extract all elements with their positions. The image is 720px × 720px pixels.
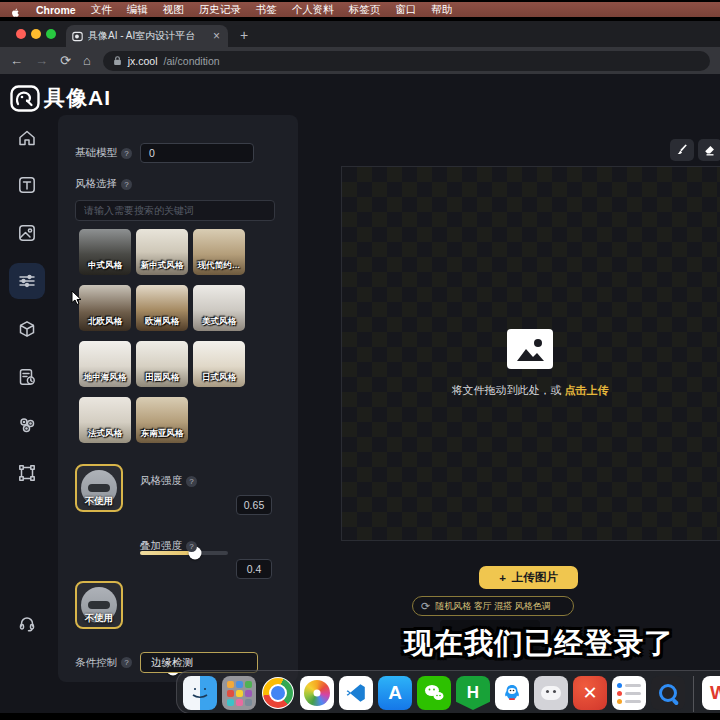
- tab-close-icon[interactable]: ×: [211, 30, 222, 42]
- help-icon[interactable]: ?: [186, 476, 197, 487]
- menu-item-window[interactable]: 窗口: [395, 3, 416, 17]
- style-strength-value[interactable]: 0.65: [236, 495, 272, 515]
- dock-reminders-icon[interactable]: [612, 676, 646, 710]
- screen: Chrome 文件 编辑 视图 历史记录 书签 个人资料 标签页 窗口 帮助 具…: [0, 0, 720, 720]
- style-strength-notuse-thumb[interactable]: 不使用: [75, 464, 123, 512]
- condition-control-label: 条件控制?: [75, 656, 132, 670]
- dock-messages-icon[interactable]: [534, 676, 568, 710]
- sidebar-item-history[interactable]: [9, 359, 45, 395]
- style-strength-label: 风格强度?: [140, 474, 197, 488]
- dock-wps-icon[interactable]: W: [702, 676, 720, 710]
- dock-chrome-icon[interactable]: [261, 676, 295, 710]
- dock-separator: [693, 676, 694, 712]
- dock-wechat-icon[interactable]: [417, 676, 451, 710]
- menu-item-history[interactable]: 历史记录: [199, 3, 241, 17]
- brush-tool-button[interactable]: [670, 139, 694, 161]
- style-card-southeast-asian[interactable]: 东南亚风格: [136, 397, 188, 443]
- image-tool-icon: [17, 223, 37, 243]
- address-bar[interactable]: jx.cool/ai/condition: [103, 51, 710, 71]
- file-clock-icon: [17, 367, 37, 387]
- refresh-icon: ⟳: [421, 601, 430, 612]
- sidebar-item-support[interactable]: [9, 605, 45, 641]
- dock-quicktime-icon[interactable]: [651, 676, 685, 710]
- dock-hbuilder-icon[interactable]: H: [456, 676, 490, 710]
- sidebar-item-materials[interactable]: [9, 407, 45, 443]
- menu-item-profiles[interactable]: 个人资料: [292, 3, 334, 17]
- url-path: /ai/condition: [164, 55, 220, 67]
- macos-dock: A H ✕ W: [176, 670, 720, 714]
- reload-icon[interactable]: ⟳: [60, 54, 71, 67]
- menu-item-edit[interactable]: 编辑: [127, 3, 148, 17]
- sidebar-item-condition-active[interactable]: [9, 263, 45, 299]
- random-suggestion-pill[interactable]: ⟳ 随机风格 客厅 混搭 风格色调: [412, 596, 574, 616]
- sidebar-item-text[interactable]: [9, 167, 45, 203]
- eraser-icon: [703, 143, 717, 157]
- new-tab-button[interactable]: +: [240, 27, 248, 43]
- cube-icon: [17, 319, 37, 339]
- click-upload-link[interactable]: 点击上传: [565, 384, 609, 396]
- overlay-strength-notuse-thumb[interactable]: 不使用: [75, 581, 123, 629]
- sidebar-item-3d[interactable]: [9, 311, 45, 347]
- menu-item-chrome[interactable]: Chrome: [36, 4, 76, 16]
- url-domain: jx.cool: [128, 55, 158, 67]
- lock-icon: [113, 55, 122, 66]
- elephant-logo-icon: [10, 85, 40, 112]
- style-card-mediterranean[interactable]: 地中海风格: [79, 341, 131, 387]
- tab-favicon: [72, 31, 83, 42]
- menu-item-bookmarks[interactable]: 书签: [256, 3, 277, 17]
- menu-item-view[interactable]: 视图: [163, 3, 184, 17]
- text-tool-icon: [17, 175, 37, 195]
- sidebar-item-home[interactable]: [9, 120, 45, 156]
- sliders-icon: [17, 271, 37, 291]
- logo-text: 具像AI: [44, 84, 111, 112]
- help-icon[interactable]: ?: [121, 148, 132, 159]
- tab-title: 具像AI - AI室内设计平台: [88, 29, 206, 43]
- help-icon[interactable]: ?: [186, 541, 197, 552]
- headset-icon: [17, 613, 37, 633]
- base-model-row: 基础模型? 0: [75, 143, 254, 163]
- window-close-button[interactable]: [16, 29, 26, 39]
- dock-xmind-icon[interactable]: ✕: [573, 676, 607, 710]
- dock-finder-icon[interactable]: [183, 676, 217, 710]
- apple-icon[interactable]: [10, 4, 21, 15]
- back-icon[interactable]: ←: [10, 54, 23, 67]
- style-card-pastoral[interactable]: 田园风格: [136, 341, 188, 387]
- dock-vscode-icon[interactable]: [339, 676, 373, 710]
- style-card-nordic[interactable]: 北欧风格: [79, 285, 131, 331]
- dock-appstore-icon[interactable]: A: [378, 676, 412, 710]
- style-card-new-chinese[interactable]: 新中式风格: [136, 229, 188, 275]
- window-zoom-button[interactable]: [46, 29, 56, 39]
- dock-launchpad-icon[interactable]: [222, 676, 256, 710]
- help-icon[interactable]: ?: [121, 179, 132, 190]
- dock-photos-icon[interactable]: [300, 676, 334, 710]
- style-card-chinese[interactable]: 中式风格: [79, 229, 131, 275]
- video-subtitle: 现在我们已经登录了: [404, 624, 720, 664]
- brush-icon: [675, 143, 689, 157]
- style-card-american[interactable]: 美式风格: [193, 285, 245, 331]
- sidebar-item-crop[interactable]: [9, 455, 45, 491]
- style-card-european[interactable]: 欧洲风格: [136, 285, 188, 331]
- eraser-tool-button[interactable]: [698, 139, 720, 161]
- menu-item-help[interactable]: 帮助: [431, 3, 452, 17]
- sidebar-item-image[interactable]: [9, 215, 45, 251]
- web-page: 具像AI 基础模型?: [0, 74, 720, 713]
- base-model-input[interactable]: 0: [140, 143, 254, 163]
- window-minimize-button[interactable]: [31, 29, 41, 39]
- style-card-modern[interactable]: 现代简约…: [193, 229, 245, 275]
- forward-icon[interactable]: →: [35, 54, 48, 67]
- site-logo[interactable]: 具像AI: [10, 84, 111, 112]
- style-card-french[interactable]: 法式风格: [79, 397, 131, 443]
- style-search-input[interactable]: [75, 200, 275, 221]
- menu-item-tabs[interactable]: 标签页: [349, 3, 381, 17]
- macos-menu-bar: Chrome 文件 编辑 视图 历史记录 书签 个人资料 标签页 窗口 帮助: [0, 2, 720, 17]
- help-icon[interactable]: ?: [121, 657, 132, 668]
- overlay-strength-value[interactable]: 0.4: [236, 559, 272, 579]
- style-card-japanese[interactable]: 日式风格: [193, 341, 245, 387]
- menu-item-file[interactable]: 文件: [91, 3, 112, 17]
- frame-icon: [17, 463, 37, 483]
- upload-image-button[interactable]: + 上传图片: [479, 566, 578, 589]
- browser-tab[interactable]: 具像AI - AI室内设计平台 ×: [66, 25, 228, 47]
- home-icon[interactable]: ⌂: [83, 54, 91, 67]
- dock-qq-icon[interactable]: [495, 676, 529, 710]
- home-icon: [17, 128, 37, 148]
